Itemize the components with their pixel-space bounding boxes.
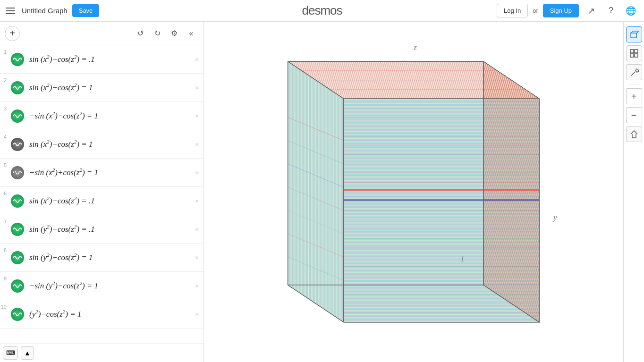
expand-button[interactable]: ▲ (21, 346, 34, 360)
math-expr-3: −sin (x2)−cos(z2) = 1 (29, 111, 98, 120)
expr-content-2[interactable]: sin (x2)+cos(z2) = 1 (26, 79, 190, 97)
expr-icon-7[interactable] (8, 223, 26, 236)
svg-rect-52 (630, 54, 634, 57)
wrench-button[interactable] (626, 64, 642, 80)
graph-area[interactable]: z y 1 (204, 22, 623, 362)
math-expr-5: −sin (x2)+cos(z2) = 1 (29, 168, 98, 177)
topbar-left: Untitled Graph Save (6, 4, 99, 17)
hamburger-icon[interactable] (6, 5, 17, 17)
close-button-1[interactable]: × (190, 53, 203, 66)
math-expr-10: (y2)−cos(z2) = 1 (29, 310, 81, 319)
close-button-9[interactable]: × (190, 279, 203, 293)
math-expr-9: −sin (y2)−cos(z2) = 1 (29, 281, 98, 290)
login-button[interactable]: Log In (497, 4, 528, 17)
left-panel: + ↺ ↻ ⚙ « 1 sin (x2)+cos(z2) = .1 (0, 22, 204, 362)
settings-button[interactable]: ⚙ (167, 26, 182, 41)
expression-list: 1 sin (x2)+cos(z2) = .1 × 2 (0, 45, 203, 343)
add-expression-button[interactable]: + (5, 26, 20, 41)
topbar-right: Log In or Sign Up ↗ ? 🌐 (497, 3, 638, 18)
table-row: 3 −sin (x2)−cos(z2) = 1 × (0, 102, 203, 130)
svg-rect-53 (635, 54, 638, 57)
right-sidebar: + − (623, 22, 644, 362)
expr-content-8[interactable]: sin (y2)+cos(z2) = 1 (26, 249, 190, 267)
row-number: 4 (0, 130, 8, 140)
wave-icon-2 (11, 81, 24, 94)
wave-icon-9 (11, 279, 24, 293)
wave-icon-1 (11, 53, 24, 66)
expr-content-1[interactable]: sin (x2)+cos(z2) = .1 (26, 51, 190, 68)
table-row: 8 sin (y2)+cos(z2) = 1 × (0, 244, 203, 272)
redo-button[interactable]: ↻ (150, 26, 165, 41)
row-number: 5 (0, 159, 8, 168)
expr-content-9[interactable]: −sin (y2)−cos(z2) = 1 (26, 277, 190, 295)
close-button-7[interactable]: × (190, 223, 203, 236)
globe-icon[interactable]: 🌐 (623, 3, 638, 18)
table-row: 6 sin (x2)−cos(z2) = .1 × (0, 187, 203, 215)
svg-rect-47 (631, 33, 636, 38)
math-expr-8: sin (y2)+cos(z2) = 1 (29, 253, 93, 262)
close-button-2[interactable]: × (190, 81, 203, 94)
row-number: 2 (0, 74, 8, 83)
toolbar-left: + (5, 26, 20, 41)
graph-canvas[interactable]: z y 1 (204, 22, 623, 362)
close-button-8[interactable]: × (190, 251, 203, 264)
expr-content-7[interactable]: sin (y2)+cos(z2) = .1 (26, 220, 190, 238)
grid-view-button[interactable] (626, 45, 642, 61)
toolbar-row: + ↺ ↻ ⚙ « (0, 22, 203, 45)
expr-icon-5[interactable] (8, 166, 26, 179)
signup-button[interactable]: Sign Up (543, 4, 579, 17)
cube-left-face (288, 61, 344, 322)
expr-content-5[interactable]: −sin (x2)+cos(z2) = 1 (26, 164, 190, 182)
wave-icon-7 (11, 223, 24, 236)
toolbar-right: ↺ ↻ ⚙ « (133, 26, 199, 41)
wave-icon-8 (11, 251, 24, 264)
expr-content-6[interactable]: sin (x2)−cos(z2) = .1 (26, 192, 190, 210)
expr-icon-3[interactable] (8, 109, 26, 123)
expr-icon-8[interactable] (8, 251, 26, 264)
row-number: 8 (0, 244, 8, 253)
close-button-10[interactable]: × (190, 308, 203, 321)
close-button-4[interactable]: × (190, 138, 203, 151)
table-row: 2 sin (x2)+cos(z2) = 1 × (0, 74, 203, 102)
help-icon[interactable]: ? (603, 3, 619, 18)
expr-content-3[interactable]: −sin (x2)−cos(z2) = 1 (26, 107, 190, 125)
undo-button[interactable]: ↺ (133, 26, 148, 41)
wave-icon-3 (11, 109, 24, 123)
z-axis-label: z (413, 42, 417, 52)
close-button-5[interactable]: × (190, 166, 203, 179)
close-button-3[interactable]: × (190, 109, 203, 123)
3d-view-button[interactable] (626, 26, 642, 42)
table-row: 9 −sin (y2)−cos(z2) = 1 × (0, 272, 203, 300)
expr-icon-10[interactable] (8, 308, 26, 321)
math-expr-4: sin (x2)−cos(z2) = 1 (29, 140, 93, 149)
x-axis-label: 1 (460, 254, 465, 264)
topbar-center: desmos (302, 3, 342, 18)
math-expr-6: sin (x2)−cos(z2) = .1 (29, 196, 95, 205)
expr-icon-9[interactable] (8, 279, 26, 293)
expr-content-4[interactable]: sin (x2)−cos(z2) = 1 (26, 135, 190, 153)
wave-icon-4 (11, 138, 24, 151)
table-row: 5 −sin (x2)+cos(z2) = 1 × (0, 159, 203, 187)
svg-rect-51 (635, 50, 638, 53)
row-number: 1 (0, 45, 8, 55)
expr-content-10[interactable]: (y2)−cos(z2) = 1 (26, 305, 190, 323)
svg-rect-50 (630, 50, 634, 53)
row-number: 7 (0, 215, 8, 225)
home-button[interactable] (626, 126, 642, 142)
save-button[interactable]: Save (72, 4, 100, 17)
or-text: or (533, 7, 538, 14)
expr-icon-1[interactable] (8, 53, 26, 66)
collapse-panel-button[interactable]: « (184, 26, 199, 41)
share-icon[interactable]: ↗ (584, 3, 599, 18)
zoom-out-button[interactable]: − (626, 107, 642, 123)
expr-icon-2[interactable] (8, 81, 26, 94)
keyboard-button[interactable]: ⌨ (3, 346, 18, 360)
wave-icon-5 (11, 166, 24, 179)
close-button-6[interactable]: × (190, 194, 203, 208)
expr-icon-4[interactable] (8, 138, 26, 151)
table-row: 4 sin (x2)−cos(z2) = 1 × (0, 130, 203, 159)
expr-icon-6[interactable] (8, 194, 26, 208)
row-number: 10 (0, 300, 8, 310)
zoom-in-button[interactable]: + (626, 88, 642, 104)
svg-line-54 (631, 72, 635, 76)
